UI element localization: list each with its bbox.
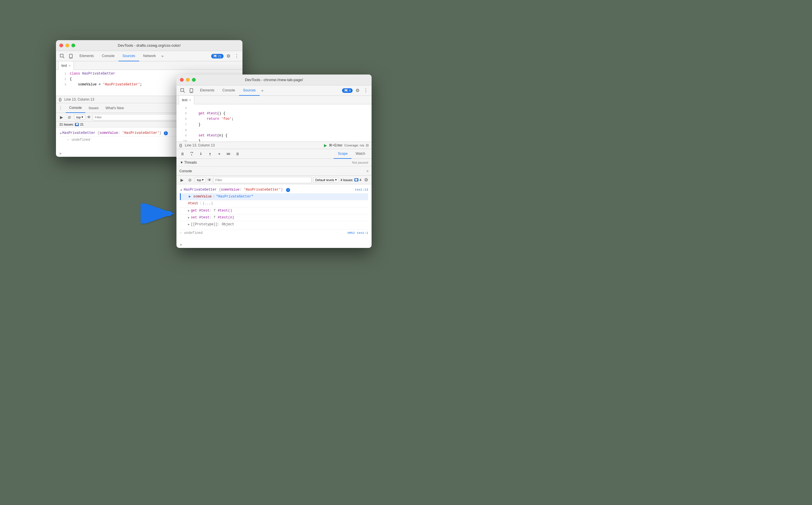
close-button-front[interactable] [180, 78, 184, 82]
expand-arrow-main-front[interactable]: ▼ [179, 189, 183, 191]
chevron-down-default: ▾ [335, 178, 337, 182]
info-icon-front[interactable]: i [286, 188, 290, 192]
block-icon-front[interactable]: ⊘ [187, 177, 193, 183]
status-position-front: Line 13, Column 13 [185, 143, 215, 147]
console-tab-issues-back[interactable]: Issues [85, 103, 102, 113]
tab-network-back[interactable]: Network [139, 51, 160, 61]
coverage-expand-front[interactable]: ⊟ [366, 143, 369, 147]
settings-icon-front[interactable]: ⚙ [354, 88, 361, 93]
run-button-front[interactable]: ▶ [324, 143, 327, 148]
console-prompt-front[interactable]: > [177, 241, 372, 248]
settings-icon-back[interactable]: ⚙ [225, 53, 232, 59]
step-into-btn-front[interactable] [197, 150, 205, 158]
scope-tab-watch[interactable]: Watch [351, 149, 369, 159]
step-out-btn-front[interactable] [206, 150, 214, 158]
eye-icon-back[interactable]: 👁 [87, 115, 91, 120]
file-tab-close-back[interactable]: × [69, 64, 70, 67]
stop-btn-front[interactable]: ⏸ [234, 150, 241, 158]
tab-console-back[interactable]: Console [98, 51, 118, 61]
console-set-test-entry: ▶ set #test: f #test(n) [180, 214, 368, 221]
maximize-button-back[interactable] [72, 43, 75, 47]
three-dots-front[interactable]: ⋮ [362, 88, 369, 93]
minimize-button-front[interactable] [186, 78, 190, 82]
badge-icon-back: 💬 [213, 54, 217, 57]
svg-rect-0 [60, 54, 63, 57]
more-tabs-front[interactable]: » [260, 89, 265, 93]
play-icon-front[interactable]: ▶ [179, 177, 185, 183]
step-over-btn-front[interactable] [188, 150, 196, 158]
status-position-back: Line 13, Column 13 [64, 98, 94, 102]
tab-console-front[interactable]: Console [218, 86, 239, 96]
has-private-getter-front: HasPrivateGetter {someValue: 'HasPrivate… [184, 188, 285, 192]
filter-input-front[interactable] [213, 177, 312, 183]
file-tab-close-front[interactable]: × [189, 98, 191, 102]
file-tab-row-front: test × [177, 96, 372, 104]
title-bar-front: DevTools - chrome://new-tab-page/ [177, 74, 372, 86]
coverage-label-front: Coverage: n/a [344, 144, 364, 147]
minimize-button-back[interactable] [66, 43, 69, 47]
link-ref-main[interactable]: test:13 [355, 187, 368, 193]
more-tabs-back[interactable]: » [160, 54, 165, 58]
window-title-back: DevTools - drafts.csswg.org/css-color/ [118, 43, 181, 47]
close-console-btn[interactable]: × [366, 169, 369, 173]
curly-braces-icon-back: {} [59, 98, 62, 102]
top-dropdown-front[interactable]: top ▾ [195, 177, 206, 183]
expand-arrow-back[interactable]: ▼ [58, 132, 63, 134]
window-title-front: DevTools - chrome://new-tab-page/ [245, 78, 303, 82]
eye-icon-front[interactable]: 👁 [208, 178, 212, 182]
info-icon-back[interactable]: i [164, 131, 168, 135]
console-tab-whatsnew-back[interactable]: What's New [102, 103, 127, 113]
deactivate-btn-front[interactable] [225, 150, 232, 158]
inspect-icon-front[interactable] [179, 87, 187, 95]
main-toolbar-back: Elements Console Sources Network » 💬 21 … [56, 51, 242, 61]
close-button-back[interactable] [60, 43, 63, 47]
three-dots-back[interactable]: ⋮ [233, 53, 240, 59]
prototype-label: [[Prototype]]: Object [191, 222, 234, 227]
main-toolbar-front: Elements Console Sources » 💬 4 ⚙ ⋮ [177, 86, 372, 96]
console-entry-main-front: ▼ HasPrivateGetter {someValue: 'HasPriva… [180, 187, 368, 193]
console-prototype-entry: ▶ [[Prototype]]: Object [180, 221, 368, 228]
tab-sources-front[interactable]: Sources [239, 86, 260, 96]
maximize-button-front[interactable] [192, 78, 196, 82]
svg-line-6 [184, 92, 185, 93]
link-ref-undefined[interactable]: VM52 test:1 [347, 231, 368, 236]
file-tab-label-front: test [182, 98, 187, 102]
expand-prototype[interactable]: ▶ [188, 222, 190, 227]
badge-count-back: 21 [218, 54, 222, 58]
block-icon-back[interactable]: ⊘ [66, 114, 73, 120]
tab-sources-back[interactable]: Sources [118, 51, 139, 61]
device-icon[interactable] [67, 52, 75, 60]
inspect-icon[interactable] [58, 52, 66, 60]
toolbar-right-front: 💬 4 ⚙ ⋮ [342, 88, 369, 93]
console-test-entry: #test : (...) [180, 200, 368, 207]
file-tab-back[interactable]: test × [58, 61, 74, 70]
chevron-down-icon-back: ▾ [82, 115, 83, 119]
console-tab-console-back[interactable]: Console [66, 103, 85, 113]
tab-elements-front[interactable]: Elements [196, 86, 218, 96]
run-shortcut-front: ⌘+Enter [329, 143, 343, 147]
blue-arrow [141, 203, 175, 223]
badge-front: 💬 4 [342, 88, 353, 93]
play-icon-back[interactable]: ▶ [58, 114, 65, 120]
default-levels-btn[interactable]: Default levels ▾ [313, 177, 339, 183]
devtools-window-front: DevTools - chrome://new-tab-page/ Elemen… [177, 74, 372, 248]
pause-btn-front[interactable]: ⏸ [179, 150, 186, 158]
scope-tab-scope[interactable]: Scope [334, 149, 351, 159]
step-btn-front[interactable] [216, 150, 223, 158]
svg-line-1 [63, 57, 64, 58]
front-console-header: Console × [177, 167, 372, 176]
console-settings-front[interactable]: ⚙ [363, 177, 369, 183]
code-line-5: 5 get #test() { [177, 111, 372, 116]
file-tab-front[interactable]: test × [179, 96, 194, 104]
front-console-filter-row: ▶ ⊘ top ▾ 👁 Default levels ▾ 4 Issues: 💬… [177, 176, 372, 184]
title-bar-back: DevTools - drafts.csswg.org/css-color/ [56, 40, 242, 51]
expand-set-test[interactable]: ▶ [188, 215, 190, 220]
tab-bar-back: Elements Console Sources Network » [76, 51, 211, 61]
tab-elements-back[interactable]: Elements [76, 51, 98, 61]
device-icon-front[interactable] [187, 87, 196, 95]
svg-rect-5 [181, 89, 184, 92]
top-dropdown-back[interactable]: top ▾ [74, 114, 85, 120]
console-tabs-back: Console Issues What's New [66, 103, 127, 113]
code-line-6: 6 return 'foo'; [177, 116, 372, 122]
expand-get-test[interactable]: ▶ [188, 209, 190, 213]
